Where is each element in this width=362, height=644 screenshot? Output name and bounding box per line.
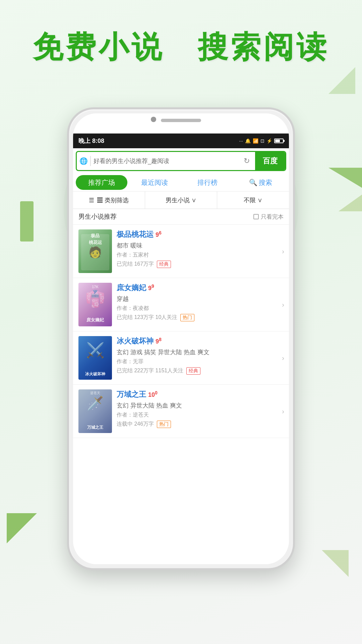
mute-icon: 🔔 (245, 138, 251, 144)
book-title-3: 冰火破坏神 (117, 336, 154, 346)
status-bar: 晚上 8:08 ··· 🔔 📶 ⊡ ⚡ (73, 133, 289, 148)
tab-search[interactable]: 🔍 搜索 (235, 175, 286, 190)
bg-triangle-top-right (328, 67, 355, 94)
wifi-icon: 📶 (253, 138, 258, 144)
book-title-1: 极品桃花运 (117, 229, 154, 239)
phone-inner: 晚上 8:08 ··· 🔔 📶 ⊡ ⚡ 🌐 (73, 113, 289, 564)
tab-recent[interactable]: 最近阅读 (129, 175, 180, 190)
filter-bar: ☰ ☰ 类别筛选 男生小说 ∨ 不限 ∨ (73, 192, 289, 209)
book-cover-3: 冰火破坏神 ⚔️ (78, 336, 112, 380)
book-meta-4: 连载中 246万字 热门 (117, 421, 284, 428)
book-info-2: 庶女嫡妃 99 穿越 作者：夜凌都 已完结 123万字 10人关注 热门 (117, 283, 284, 326)
section-header: 男生小说推荐 只看完本 (73, 209, 289, 225)
battery-icon (274, 139, 284, 143)
tab-recommend[interactable]: 推荐广场 (76, 175, 127, 190)
page-headline: 免费小说 搜索阅读 (0, 27, 362, 68)
book-item[interactable]: 冰火破坏神 ⚔️ 冰火破坏神 98 玄幻 游戏 搞笑 异世大陆 热血 爽文 (73, 331, 289, 385)
globe-icon: 🌐 (77, 157, 90, 165)
url-bar[interactable]: 🌐 好看的男生小说推荐_趣阅读 ↻ 百度 (76, 151, 286, 171)
book-title-2: 庶女嫡妃 (117, 283, 146, 293)
filter-icon: ☰ (89, 197, 94, 204)
only-complete-label: 只看完本 (261, 213, 284, 221)
book-title-4: 万域之王 (117, 389, 146, 399)
book-badge-1: 经典 (157, 261, 171, 268)
book-meta-2: 已完结 123万字 10人关注 热门 (117, 314, 284, 321)
book-info-1: 极品桃花运 96 都市 暖味 作者：五家村 已完结 167万字 经典 (117, 229, 284, 273)
flash-icon: ⚡ (266, 138, 272, 144)
book-meta-1: 已完结 167万字 经典 (117, 261, 284, 268)
book-cover-4: 逆苍天 万城之王 🗡️ (78, 389, 112, 433)
book-genre-1: 都市 暖味 (117, 241, 284, 250)
baidu-button[interactable]: 百度 (255, 152, 285, 170)
url-text: 好看的男生小说推荐_趣阅读 (94, 157, 238, 165)
book-genre-4: 玄幻 异世大陆 热血 爽文 (117, 401, 284, 410)
book-info-4: 万域之王 100 玄幻 异世大陆 热血 爽文 作者：逆苍天 连载中 246万字 … (117, 389, 284, 433)
chevron-right-2: › (282, 301, 284, 309)
book-badge-4: 热门 (157, 421, 171, 428)
filter-status[interactable]: 不限 ∨ (217, 192, 289, 209)
book-title-row-1: 极品桃花运 96 (117, 229, 284, 239)
bg-triangle-bottom-right (322, 550, 349, 577)
status-icons: ··· 🔔 📶 ⊡ ⚡ (239, 138, 284, 144)
book-rating-3: 98 (156, 337, 162, 345)
tab-ranking[interactable]: 排行榜 (182, 175, 233, 190)
book-item[interactable]: 极品 桃花运 🧑 极品桃花运 96 (73, 225, 289, 278)
bg-triangle-left-bottom (7, 513, 37, 543)
section-title: 男生小说推荐 (78, 212, 117, 221)
nav-tabs: 推荐广场 最近阅读 排行榜 🔍 搜索 (73, 174, 289, 192)
url-divider (90, 156, 91, 166)
phone-speaker (161, 119, 201, 122)
book-genre-2: 穿越 (117, 295, 284, 303)
phone-screen: 晚上 8:08 ··· 🔔 📶 ⊡ ⚡ 🌐 (73, 133, 289, 564)
book-cover-2: 17K 庶女嫡妃 👘 (78, 283, 112, 326)
book-author-4: 作者：逆苍天 (117, 412, 284, 419)
filter-gender[interactable]: 男生小说 ∨ (145, 192, 217, 209)
book-rating-2: 99 (148, 283, 154, 292)
charge-icon: ⊡ (260, 138, 264, 144)
book-title-row-3: 冰火破坏神 98 (117, 336, 284, 346)
book-genre-3: 玄幻 游戏 搞笑 异世大陆 热血 爽文 (117, 348, 284, 356)
status-time: 晚上 8:08 (78, 137, 104, 145)
bg-triangle-right2 (339, 195, 362, 211)
book-cover-1: 极品 桃花运 🧑 (78, 229, 112, 273)
chevron-right-4: › (282, 408, 284, 415)
only-complete-toggle[interactable]: 只看完本 (253, 213, 284, 221)
book-author-3: 作者：无罪 (117, 358, 284, 365)
book-meta-3: 已完结 222万字 1151人关注 经典 (117, 367, 284, 375)
chevron-right-3: › (282, 354, 284, 362)
book-author-1: 作者：五家村 (117, 252, 284, 259)
book-title-row-2: 庶女嫡妃 99 (117, 283, 284, 293)
book-list: 极品 桃花运 🧑 极品桃花运 96 (73, 225, 289, 438)
refresh-icon[interactable]: ↻ (238, 157, 255, 165)
book-info-3: 冰火破坏神 98 玄幻 游戏 搞笑 异世大陆 热血 爽文 作者：无罪 已完结 2… (117, 336, 284, 380)
complete-checkbox[interactable] (253, 214, 259, 219)
book-rating-1: 96 (156, 230, 162, 238)
book-item[interactable]: 17K 庶女嫡妃 👘 庶女嫡妃 99 穿越 (73, 278, 289, 331)
phone-camera (151, 117, 156, 122)
headline-text2: 搜索阅读 (198, 30, 329, 64)
headline-text: 免费小说 (33, 30, 164, 64)
phone-mockup: 晚上 8:08 ··· 🔔 📶 ⊡ ⚡ 🌐 (67, 107, 295, 570)
book-badge-2: 热门 (180, 314, 194, 321)
signal-icon: ··· (239, 138, 243, 144)
filter-category[interactable]: ☰ ☰ 类别筛选 (73, 192, 145, 209)
bg-triangle-right (328, 168, 362, 188)
book-author-2: 作者：夜凌都 (117, 305, 284, 312)
phone-outer: 晚上 8:08 ··· 🔔 📶 ⊡ ⚡ 🌐 (67, 107, 295, 570)
chevron-right-1: › (282, 248, 284, 255)
book-rating-4: 100 (148, 390, 158, 398)
book-item[interactable]: 逆苍天 万城之王 🗡️ 万域之王 100 玄幻 异世大陆 热血 爽 (73, 385, 289, 438)
bg-rect-left (20, 201, 34, 241)
book-title-row-4: 万域之王 100 (117, 389, 284, 399)
search-icon: 🔍 (249, 178, 257, 186)
book-badge-3: 经典 (186, 367, 200, 375)
